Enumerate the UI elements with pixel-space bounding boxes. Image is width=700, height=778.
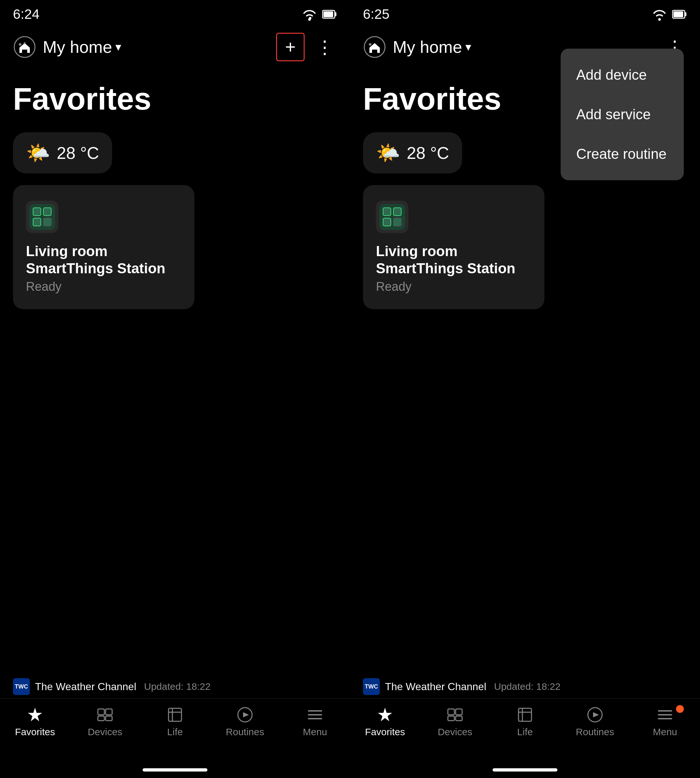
time-left: 6:24 — [13, 7, 40, 22]
dropdown-add-device[interactable]: Add device — [561, 55, 684, 95]
dropdown-add-service[interactable]: Add service — [561, 95, 684, 134]
weather-widget-right[interactable]: 🌤️ 28 °C — [363, 132, 462, 174]
svg-rect-38 — [456, 709, 462, 715]
device-name-right: SmartThings Station — [376, 260, 532, 277]
header-actions-left: + ⋮ — [276, 33, 337, 61]
app-header-left: My home ▾ + ⋮ — [0, 26, 350, 68]
nav-menu-left[interactable]: Menu — [280, 706, 350, 738]
home-indicator-left — [143, 768, 207, 771]
svg-rect-37 — [448, 709, 454, 715]
status-bar-left: 6:24 — [0, 0, 350, 26]
status-bar-right: 6:25 — [350, 0, 700, 26]
svg-rect-8 — [33, 208, 41, 215]
svg-point-25 — [658, 18, 661, 21]
svg-point-30 — [369, 43, 372, 46]
svg-rect-2 — [335, 12, 337, 16]
life-icon-right — [517, 706, 533, 723]
star-icon-left — [27, 706, 43, 723]
svg-rect-9 — [43, 208, 51, 215]
nav-label-favorites-right: Favorites — [365, 726, 405, 738]
home-icon-right — [363, 35, 386, 58]
nav-menu-right[interactable]: Menu — [630, 706, 700, 738]
svg-rect-31 — [379, 204, 405, 230]
time-right: 6:25 — [363, 7, 390, 22]
home-selector-right[interactable]: My home ▾ — [363, 35, 471, 58]
nav-favorites-left[interactable]: Favorites — [0, 706, 70, 738]
nav-label-devices-left: Devices — [88, 726, 122, 738]
weather-widget-left[interactable]: 🌤️ 28 °C — [13, 132, 112, 174]
spacer-left — [0, 383, 350, 672]
svg-marker-45 — [593, 712, 599, 717]
svg-rect-40 — [456, 716, 462, 721]
nav-devices-right[interactable]: Devices — [420, 706, 490, 738]
nav-label-life-right: Life — [517, 726, 533, 738]
device-icon-right — [376, 201, 408, 233]
home-title-left[interactable]: My home ▾ — [43, 37, 121, 57]
twc-updated-right: Updated: 18:22 — [494, 681, 560, 692]
devices-icon-left — [97, 706, 113, 723]
svg-rect-16 — [106, 716, 112, 721]
status-icons-left — [302, 8, 337, 21]
nav-label-life-left: Life — [167, 726, 183, 738]
add-button-left[interactable]: + — [276, 33, 305, 61]
dropdown-menu: Add device Add service Create routine — [561, 48, 684, 180]
left-panel: 6:24 My home ▾ — [0, 0, 350, 778]
svg-marker-12 — [28, 708, 42, 721]
twc-updated-left: Updated: 18:22 — [144, 681, 210, 692]
nav-label-menu-right: Menu — [653, 726, 677, 738]
twc-name-left: The Weather Channel — [35, 681, 136, 693]
device-status-right: Ready — [376, 280, 532, 294]
device-card-left[interactable]: Living room SmartThings Station Ready — [13, 185, 195, 309]
svg-rect-15 — [98, 716, 104, 721]
nav-label-devices-right: Devices — [438, 726, 472, 738]
svg-rect-17 — [168, 708, 182, 721]
nav-favorites-right[interactable]: Favorites — [350, 706, 420, 738]
menu-icon-right — [657, 706, 673, 723]
wifi-icon-left — [302, 8, 318, 21]
home-selector-left[interactable]: My home ▾ — [13, 35, 121, 58]
bottom-nav-right: Favorites Devices Life — [350, 698, 700, 763]
weather-temp-right: 28 °C — [407, 143, 449, 163]
svg-rect-33 — [393, 208, 401, 215]
svg-point-0 — [308, 18, 311, 21]
nav-devices-left[interactable]: Devices — [70, 706, 140, 738]
star-icon-right — [377, 706, 393, 723]
twc-name-right: The Weather Channel — [385, 681, 486, 693]
twc-logo-left: TWC — [13, 678, 30, 695]
nav-life-right[interactable]: Life — [490, 706, 560, 738]
device-card-right[interactable]: Living room SmartThings Station Ready — [363, 185, 545, 309]
bottom-nav-left: Favorites Devices Life — [0, 698, 350, 763]
home-icon-left — [13, 35, 36, 58]
weather-emoji-right: 🌤️ — [376, 141, 400, 164]
device-name-left: SmartThings Station — [26, 260, 182, 277]
nav-routines-left[interactable]: Routines — [210, 706, 280, 738]
more-button-left[interactable]: ⋮ — [312, 33, 337, 61]
svg-rect-41 — [518, 708, 532, 721]
device-icon-left — [26, 201, 58, 233]
nav-life-left[interactable]: Life — [140, 706, 210, 738]
nav-label-favorites-left: Favorites — [15, 726, 55, 738]
device-location-right: Living room — [376, 243, 532, 260]
weather-footer-left: TWC The Weather Channel Updated: 18:22 — [0, 672, 350, 698]
nav-routines-right[interactable]: Routines — [560, 706, 630, 738]
right-panel: 6:25 My home ▾ — [350, 0, 700, 778]
svg-rect-28 — [673, 11, 683, 17]
home-title-right[interactable]: My home ▾ — [393, 37, 471, 57]
chevron-icon-right: ▾ — [465, 40, 471, 54]
menu-badge-right — [676, 705, 684, 713]
svg-rect-3 — [323, 11, 333, 17]
routines-icon-left — [237, 706, 253, 723]
battery-icon-right — [672, 8, 687, 20]
dropdown-create-routine[interactable]: Create routine — [561, 134, 684, 174]
svg-rect-13 — [98, 709, 104, 715]
weather-footer-right: TWC The Weather Channel Updated: 18:22 — [350, 672, 700, 698]
status-icons-right — [652, 8, 687, 21]
weather-emoji-left: 🌤️ — [26, 141, 50, 164]
svg-rect-10 — [33, 218, 41, 226]
menu-icon-left — [307, 706, 323, 723]
svg-rect-11 — [43, 218, 51, 226]
svg-rect-32 — [383, 208, 391, 215]
svg-rect-27 — [685, 12, 687, 16]
chevron-icon-left: ▾ — [115, 40, 121, 54]
svg-rect-7 — [29, 204, 55, 230]
